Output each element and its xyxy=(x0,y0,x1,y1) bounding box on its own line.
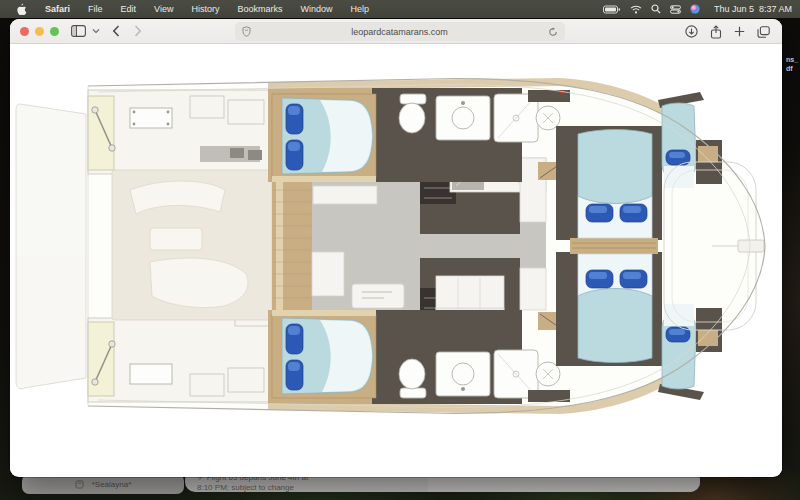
sidebar-toggle-button[interactable] xyxy=(71,25,86,37)
back-button[interactable] xyxy=(112,25,120,37)
desktop-icon-label[interactable]: ns_ df xyxy=(786,55,800,73)
safari-toolbar: leopardcatamarans.com xyxy=(10,19,782,44)
menu-item-help[interactable]: Help xyxy=(341,4,378,14)
apple-menu[interactable] xyxy=(8,3,36,15)
web-page-content xyxy=(10,44,782,476)
wifi-icon[interactable] xyxy=(630,5,642,14)
battery-icon[interactable] xyxy=(603,5,621,14)
reload-icon[interactable] xyxy=(548,27,558,37)
menu-item-edit[interactable]: Edit xyxy=(112,4,146,14)
tab-overview-button[interactable] xyxy=(757,26,770,38)
menu-date: Thu Jun 5 xyxy=(714,4,754,14)
menu-time: 8:37 AM xyxy=(759,4,792,14)
menu-item-file[interactable]: File xyxy=(79,4,112,14)
background-window-sealayna[interactable]: *Sealayna* xyxy=(22,474,184,494)
sealayna-title: *Sealayna* xyxy=(92,480,132,489)
downloads-button[interactable] xyxy=(685,25,698,38)
menu-item-bookmarks[interactable]: Bookmarks xyxy=(228,4,291,14)
siri-icon[interactable] xyxy=(690,4,700,14)
menu-clock[interactable]: Thu Jun 58:37 AM xyxy=(709,4,792,14)
menu-item-safari[interactable]: Safari xyxy=(36,4,79,14)
flight-note-line2: 8:10 PM; subject to change xyxy=(197,483,294,492)
sidebar-chevron-icon[interactable] xyxy=(92,28,100,34)
safari-window: leopardcatamarans.com xyxy=(10,19,782,477)
close-window-button[interactable] xyxy=(20,27,29,36)
apple-icon xyxy=(17,3,27,15)
address-bar[interactable]: leopardcatamarans.com xyxy=(235,22,565,41)
note-icon xyxy=(75,480,84,489)
floorplan-image xyxy=(10,44,782,476)
share-button[interactable] xyxy=(710,25,722,39)
minimize-window-button[interactable] xyxy=(35,27,44,36)
menu-item-view[interactable]: View xyxy=(145,4,182,14)
search-icon[interactable] xyxy=(651,4,661,14)
control-center-icon[interactable] xyxy=(670,5,681,14)
new-tab-button[interactable] xyxy=(734,26,745,37)
menu-bar: Safari File Edit View History Bookmarks … xyxy=(0,0,800,18)
forward-button[interactable] xyxy=(134,25,142,37)
privacy-shield-icon[interactable] xyxy=(242,26,251,37)
url-text: leopardcatamarans.com xyxy=(251,27,548,37)
zoom-window-button[interactable] xyxy=(50,27,59,36)
menu-item-window[interactable]: Window xyxy=(291,4,341,14)
menu-item-history[interactable]: History xyxy=(182,4,228,14)
